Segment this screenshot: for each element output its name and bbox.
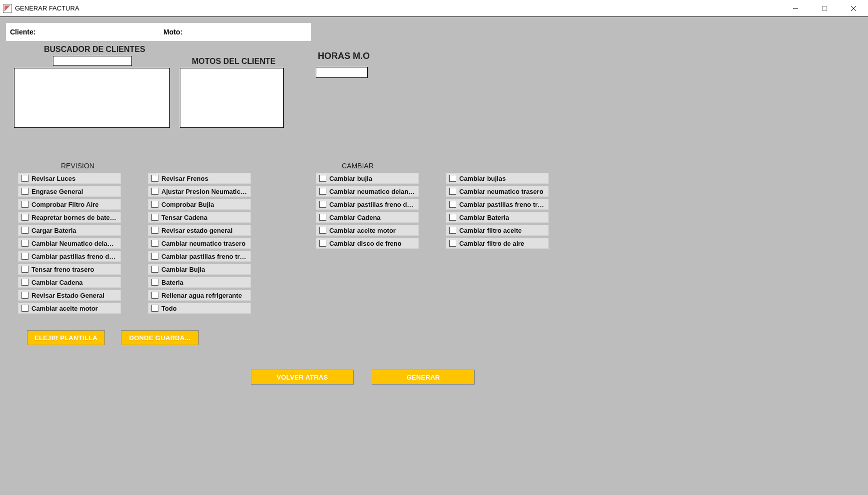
cambiar-checkbox[interactable]: Cambiar filtro de aire — [446, 238, 549, 249]
checkbox-label: Cargar Bateria — [31, 227, 76, 234]
cambiar-checkbox[interactable]: Cambiar filtro aceite — [446, 225, 549, 236]
checkbox-label: Cambiar Bateria — [459, 214, 509, 221]
revision-checkbox[interactable]: Cambiar neumatico trasero — [148, 238, 251, 249]
window-controls — [781, 0, 868, 16]
revision-checkbox[interactable]: Comprobar Filtro Aire — [18, 199, 121, 210]
checkbox-label: Revisar Frenos — [161, 175, 208, 182]
revision-checkbox[interactable]: Engrase General — [18, 186, 121, 197]
checkbox-label: Cambiar pastillas freno delant... — [31, 253, 117, 260]
checkbox-label: Revisar Estado General — [31, 292, 104, 299]
button-label: ELEJIR PLANTILLA — [34, 334, 97, 342]
checkbox-label: Ajustar Presion Neumaticos — [161, 188, 247, 195]
checkbox-label: Cambiar Cadena — [31, 279, 83, 286]
close-button[interactable] — [839, 0, 868, 16]
button-label: VOLVER ATRAS — [276, 374, 328, 381]
svg-rect-1 — [823, 6, 827, 10]
revision-checkbox[interactable]: Cambiar Cadena — [18, 277, 121, 288]
revision-checkbox[interactable]: Cambiar aceite motor — [18, 303, 121, 314]
checkbox-icon — [319, 240, 326, 247]
motos-list[interactable] — [180, 68, 284, 128]
minimize-button[interactable] — [781, 0, 810, 16]
section-title-cambiar: CAMBIAR — [342, 162, 374, 170]
checkbox-icon — [449, 175, 456, 182]
cambiar-checkbox[interactable]: Cambiar disco de freno — [316, 238, 419, 249]
checkbox-icon — [319, 214, 326, 221]
revision-checkbox[interactable]: Tensar freno trasero — [18, 264, 121, 275]
checkbox-label: Cambiar neumatico trasero — [459, 188, 543, 195]
checkbox-label: Cambiar neumatico trasero — [161, 240, 245, 247]
checkbox-icon — [449, 214, 456, 221]
revision-checkbox[interactable]: Ajustar Presion Neumaticos — [148, 186, 251, 197]
button-label: DONDE GUARDA... — [129, 334, 191, 342]
revision-checkbox[interactable]: Bateria — [148, 277, 251, 288]
cambiar-checkbox[interactable]: Cambiar Bateria — [446, 212, 549, 223]
revision-checkbox[interactable]: Reapretar bornes de bateria y... — [18, 212, 121, 223]
checkbox-label: Comprobar Bujia — [161, 201, 214, 208]
revision-checkbox[interactable]: Todo — [148, 303, 251, 314]
checkbox-icon — [151, 279, 158, 286]
revision-checkbox[interactable]: Tensar Cadena — [148, 212, 251, 223]
checkbox-label: Cambiar filtro de aire — [459, 240, 524, 247]
checkbox-label: Cambiar Cadena — [329, 214, 381, 221]
checkbox-label: Cambiar Neumatico delantero — [31, 240, 117, 247]
moto-label: Moto: — [163, 28, 182, 36]
checkbox-icon — [21, 266, 28, 273]
window: GENERAR FACTURA Cliente: Moto: BUSCADOR … — [0, 0, 868, 495]
titlebar: GENERAR FACTURA — [0, 0, 868, 17]
checkbox-icon — [449, 188, 456, 195]
cambiar-checkbox[interactable]: Cambiar pastillas freno trasero — [446, 199, 549, 210]
checkbox-label: Bateria — [161, 279, 183, 286]
checkbox-icon — [151, 305, 158, 312]
close-icon — [851, 5, 857, 11]
checkbox-label: Todo — [161, 305, 177, 312]
checkbox-icon — [319, 227, 326, 234]
checkbox-icon — [151, 214, 158, 221]
checkbox-label: Tensar freno trasero — [31, 266, 94, 273]
section-title-revision: REVISION — [61, 162, 94, 170]
checkbox-icon — [21, 214, 28, 221]
checkbox-label: Comprobar Filtro Aire — [31, 201, 99, 208]
checkbox-icon — [21, 253, 28, 260]
volver-atras-button[interactable]: VOLVER ATRAS — [251, 370, 354, 385]
revision-checkbox[interactable]: Cambiar pastillas freno delant... — [18, 251, 121, 262]
checkbox-label: Rellenar agua refrigerante — [161, 292, 242, 299]
info-bar: Cliente: Moto: — [6, 23, 311, 41]
checkbox-icon — [21, 175, 28, 182]
elejir-plantilla-button[interactable]: ELEJIR PLANTILLA — [27, 330, 105, 345]
checkbox-icon — [21, 292, 28, 299]
revision-checkbox[interactable]: Comprobar Bujia — [148, 199, 251, 210]
revision-checkbox[interactable]: Cambiar pastillas freno trasero — [148, 251, 251, 262]
buscador-input[interactable] — [53, 56, 132, 66]
cambiar-checkbox[interactable]: Cambiar bujia — [316, 173, 419, 184]
revision-checkbox[interactable]: Revisar estado general — [148, 225, 251, 236]
generar-button[interactable]: GENERAR — [372, 370, 475, 385]
revision-checkbox[interactable]: Cambiar Neumatico delantero — [18, 238, 121, 249]
revision-checkbox[interactable]: Cargar Bateria — [18, 225, 121, 236]
revision-checkbox[interactable]: Revisar Luces — [18, 173, 121, 184]
checkbox-label: Cambiar bujia — [329, 175, 372, 182]
checkbox-icon — [319, 201, 326, 208]
revision-checkbox[interactable]: Revisar Frenos — [148, 173, 251, 184]
buscador-list[interactable] — [14, 68, 170, 128]
horas-input[interactable] — [316, 67, 368, 78]
cambiar-checkbox[interactable]: Cambiar neumatico trasero — [446, 186, 549, 197]
checkbox-icon — [151, 292, 158, 299]
revision-checkbox[interactable]: Revisar Estado General — [18, 290, 121, 301]
revision-checkbox[interactable]: Rellenar agua refrigerante — [148, 290, 251, 301]
cambiar-checkbox[interactable]: Cambiar Cadena — [316, 212, 419, 223]
checkbox-label: Revisar estado general — [161, 227, 232, 234]
content-area: Cliente: Moto: BUSCADOR DE CLIENTES MOTO… — [0, 17, 868, 495]
cambiar-checkbox[interactable]: Cambiar neumatico delantero — [316, 186, 419, 197]
revision-checkbox[interactable]: Cambiar Bujia — [148, 264, 251, 275]
maximize-button[interactable] — [810, 0, 839, 16]
minimize-icon — [793, 5, 799, 11]
checkbox-label: Cambiar aceite motor — [329, 227, 396, 234]
cambiar-checkbox[interactable]: Cambiar aceite motor — [316, 225, 419, 236]
maximize-icon — [822, 5, 828, 11]
donde-guardar-button[interactable]: DONDE GUARDA... — [121, 330, 199, 345]
cambiar-checkbox[interactable]: Cambiar pastillas freno delant... — [316, 199, 419, 210]
cambiar-checkbox[interactable]: Cambiar bujias — [446, 173, 549, 184]
checkbox-icon — [151, 227, 158, 234]
checkbox-label: Cambiar pastillas freno delant... — [329, 201, 415, 208]
checkbox-icon — [449, 227, 456, 234]
